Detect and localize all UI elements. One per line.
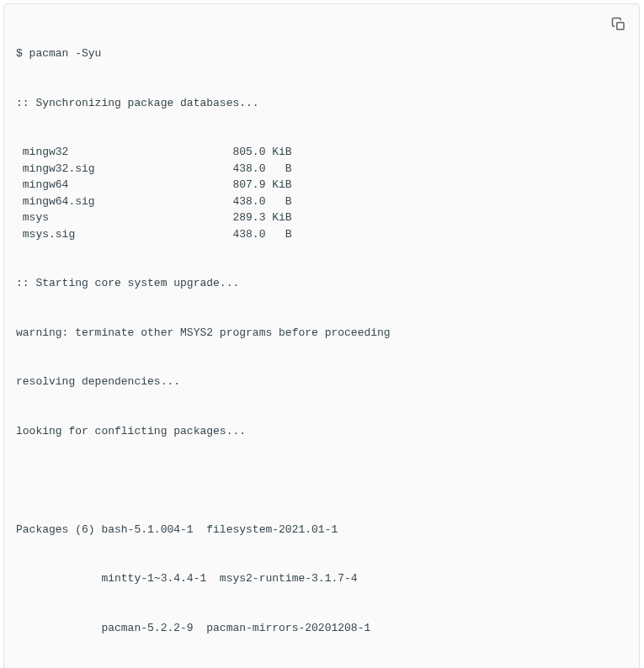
terminal-content: $ pacman -Syu :: Synchronizing package d… [16,13,627,668]
database-row: mingw64.sig 438.0 B [16,194,627,210]
copy-icon [611,17,626,32]
database-row: mingw32.sig 438.0 B [16,161,627,178]
blank-line [16,472,627,489]
sync-header: :: Synchronizing package databases... [16,95,627,112]
database-row: msys.sig 438.0 B [16,226,627,243]
database-sync-list: mingw32 805.0 KiB mingw32.sig 438.0 B mi… [16,144,627,242]
copy-button[interactable] [605,11,632,38]
svg-rect-0 [617,23,624,29]
resolving-line: resolving dependencies... [16,374,627,390]
packages-header: Packages (6) bash-5.1.004-1 filesystem-2… [16,522,627,538]
packages-line-2: mintty-1~3.4.4-1 msys2-runtime-3.1.7-4 [16,570,627,587]
terminal-output-box: $ pacman -Syu :: Synchronizing package d… [3,3,640,668]
database-row: msys 289.3 KiB [16,209,627,226]
database-row: mingw32 805.0 KiB [16,144,627,161]
database-row: mingw64 807.9 KiB [16,177,627,194]
looking-line: looking for conflicting packages... [16,423,627,440]
command-prompt: $ pacman -Syu [16,45,627,62]
start-upgrade-line: :: Starting core system upgrade... [16,275,627,292]
packages-line-3: pacman-5.2.2-9 pacman-mirrors-20201208-1 [16,620,627,637]
warning-line: warning: terminate other MSYS2 programs … [16,325,627,342]
